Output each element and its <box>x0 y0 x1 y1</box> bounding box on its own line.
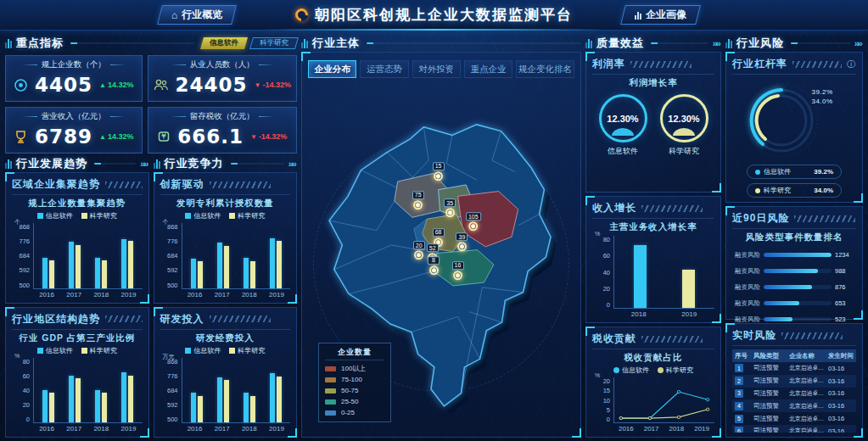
filter-pill-software[interactable]: 信息软件 <box>200 37 248 49</box>
row-index: 2 <box>735 377 743 385</box>
gauge-software: 12.30% 信息软件 <box>599 94 647 157</box>
tax-contribution-panel: 税收贡献 税收贡献占比信息软件科学研究%20151050201620172018… <box>585 327 721 438</box>
company-name: 北京启迪卓越科技有限公司 <box>789 364 826 372</box>
realtime-risk-table: 序号风险类型企业名称发生时间 1司法预警北京启迪卓越科技有限公司03-162司法… <box>732 349 856 433</box>
tab-key-enterprises[interactable]: 重点企业 <box>464 60 512 78</box>
bar <box>224 246 229 288</box>
main-body-tabs: 企业分布 运营态势 对外投资 重点企业 规企变化排名 <box>308 60 574 78</box>
bar <box>198 396 203 422</box>
gdp-share-chart: 行业 GDP 占第三产业比例信息软件科学研究%80604020020162017… <box>12 330 143 433</box>
hbar-fill <box>764 317 792 321</box>
x-tick: 2018 <box>669 425 684 433</box>
map-marker[interactable]: 39 <box>456 233 468 252</box>
competitiveness-header: 行业竞争力 »» <box>154 155 298 172</box>
risk-ranking-chart: 风险类型事件数量排名融资风险1234融资风险988融资风险876融资风险653融… <box>732 229 856 315</box>
y-tick: 15 <box>603 387 610 394</box>
y-tick: 868 <box>19 223 30 231</box>
tab-operation-status[interactable]: 运营态势 <box>360 60 408 78</box>
legend-swatch <box>229 213 235 219</box>
column-header: 序号 <box>735 352 752 360</box>
chart-title: 规上企业数量集聚趋势 <box>12 198 143 209</box>
section-bars-icon <box>725 39 732 48</box>
bar-group <box>191 358 203 423</box>
panel-title: 行业杠杆率 <box>732 57 787 71</box>
tab-change-ranking[interactable]: 规企变化排名 <box>516 60 574 78</box>
map-marker[interactable]: 8 <box>428 256 440 275</box>
table-row[interactable]: 1司法预警北京启迪卓越科技有限公司03-16 <box>732 362 856 375</box>
map-marker[interactable]: 35 <box>444 199 456 218</box>
x-axis: 2016201720182019 <box>182 423 291 433</box>
bar-group <box>95 358 107 423</box>
map-marker[interactable]: 75 <box>412 191 424 209</box>
legend-swatch <box>37 348 43 354</box>
axis-unit-label: 万元 <box>163 353 175 361</box>
marker-count-badge: 8 <box>428 256 440 265</box>
bar-group <box>634 236 647 308</box>
hbar-row: 融资风险876 <box>732 279 856 295</box>
occur-time: 03-16 <box>828 427 854 433</box>
table-row[interactable]: 3司法预警北京启迪卓越科技有限公司03-16 <box>732 388 856 400</box>
x-tick: 2017 <box>215 425 230 433</box>
map-marker[interactable]: 16 <box>452 261 464 280</box>
regional-structure-panel: 行业地区结构趋势 行业 GDP 占第三产业比例信息软件科学研究%80604020… <box>5 307 149 438</box>
x-tick: 2017 <box>66 291 81 299</box>
filter-pill-research[interactable]: 科学研究 <box>249 37 299 49</box>
table-row[interactable]: 2司法预警北京启迪卓越科技有限公司03-16 <box>732 375 856 388</box>
marker-count-badge: 20 <box>413 241 425 249</box>
more-icon[interactable]: »» <box>713 38 721 48</box>
y-axis: 806040200 <box>592 236 613 318</box>
line-area <box>613 377 714 423</box>
info-icon[interactable]: ⓘ <box>847 59 856 70</box>
company-name: 北京启迪卓越科技有限公司 <box>789 402 826 410</box>
profit-panel: 利润率 利润增长率 12.30% 信息软件 12.30% 科学研究 <box>585 52 721 193</box>
tab-enterprise-distribution[interactable]: 企业分布 <box>308 60 356 78</box>
chart-legend: 信息软件科学研究 <box>12 211 143 220</box>
x-axis: 2016201720182019 <box>33 423 143 433</box>
row-index: 5 <box>735 415 743 423</box>
tab-outbound-investment[interactable]: 对外投资 <box>412 60 461 78</box>
people-icon <box>154 78 169 92</box>
bar-group <box>244 223 255 288</box>
section-line <box>70 42 194 44</box>
marker-pin-icon <box>429 265 439 275</box>
more-icon[interactable]: »» <box>854 38 863 48</box>
more-icon[interactable]: »» <box>140 159 148 169</box>
y-tick: 776 <box>167 237 178 245</box>
map-marker[interactable]: 15 <box>433 162 445 181</box>
bar <box>191 259 196 288</box>
nav-industry-overview[interactable]: ⌂ 行业概览 <box>157 5 237 25</box>
bar-group <box>270 358 282 423</box>
hatch-decoration <box>210 315 271 322</box>
bar <box>49 393 54 422</box>
hatch-decoration <box>641 336 703 343</box>
table-row[interactable]: 6司法预警北京启迪卓越科技有限公司03-16 <box>732 425 856 433</box>
enterprise-icon <box>14 78 28 92</box>
hbar-value: 1234 <box>835 251 856 259</box>
legend-label: 25-50 <box>341 398 358 405</box>
card-label: 营业收入（亿元） <box>11 111 137 122</box>
map-marker[interactable]: 105 <box>466 212 481 231</box>
y-tick: 500 <box>167 282 178 289</box>
hbar-row: 融资风险988 <box>732 263 856 279</box>
recent-risk-panel: 近90日风险 风险类型事件数量排名融资风险1234融资风险988融资风险876融… <box>725 206 863 320</box>
card-label: 从业人员数（人） <box>154 59 291 70</box>
bar <box>42 258 48 287</box>
bar <box>198 261 203 288</box>
table-row[interactable]: 5司法预警北京启迪卓越科技有限公司03-16 <box>732 412 856 425</box>
title-wrap: 朝阳区科创规上企业大数据监测平台 <box>295 5 573 25</box>
key-indicators-header: 重点指标 信息软件 科学研究 <box>5 35 297 52</box>
bars-area <box>182 223 291 289</box>
table-row[interactable]: 4司法预警北京启迪卓越科技有限公司03-16 <box>732 399 856 412</box>
map-marker[interactable]: 20 <box>413 241 425 260</box>
more-icon[interactable]: »» <box>288 159 297 169</box>
hatch-decoration <box>210 181 271 188</box>
chart-title: 主营业务收入增长率 <box>592 221 714 233</box>
legend-label: 0-25 <box>341 409 355 416</box>
y-tick: 0 <box>607 416 610 423</box>
y-tick: 684 <box>167 252 178 260</box>
nav-enterprise-profile[interactable]: 企业画像 <box>620 5 701 25</box>
y-tick: 60 <box>23 372 30 380</box>
chart-title: 风险类型事件数量排名 <box>732 232 856 243</box>
y-tick: 776 <box>19 237 30 245</box>
y-tick: 20 <box>23 401 30 409</box>
